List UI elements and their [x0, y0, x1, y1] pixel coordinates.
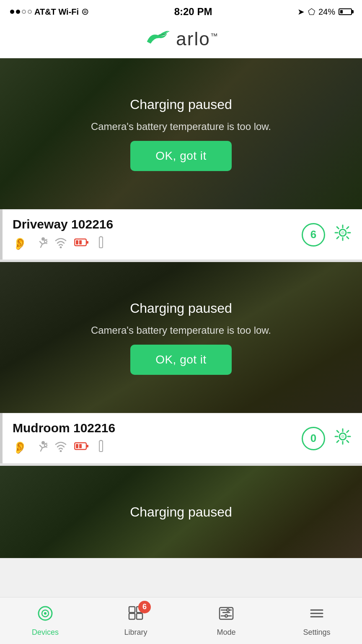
- svg-point-20: [41, 441, 45, 444]
- svg-rect-44: [137, 613, 142, 619]
- ok-button-1[interactable]: OK, got it: [130, 141, 232, 171]
- svg-point-31: [341, 435, 344, 438]
- camera-right-1: 6: [302, 223, 352, 247]
- svg-rect-5: [86, 241, 88, 244]
- camera-card-1: Charging paused Camera's battery tempera…: [0, 58, 362, 260]
- badge-circle-2[interactable]: 0: [302, 427, 325, 450]
- location-icon: ➤: [297, 7, 305, 17]
- logo-wordmark: arlo™: [176, 29, 218, 49]
- nav-label-devices: Devices: [32, 628, 59, 637]
- signal-icon-2: [96, 440, 106, 455]
- svg-line-17: [347, 237, 349, 239]
- battery-percent: 24%: [318, 7, 335, 17]
- motion-icon-1: [34, 236, 47, 252]
- svg-rect-45: [129, 607, 135, 613]
- battery-fill: [340, 10, 343, 13]
- badge-count-1: 6: [310, 228, 316, 241]
- svg-rect-27: [79, 444, 82, 448]
- svg-point-0: [41, 237, 45, 241]
- library-badge: 6: [138, 601, 151, 613]
- badge-circle-1[interactable]: 6: [302, 223, 325, 247]
- gear-icon-1[interactable]: [334, 223, 352, 246]
- svg-rect-6: [76, 240, 78, 244]
- wifi-status-icon-2: [54, 440, 67, 455]
- svg-point-11: [341, 231, 344, 234]
- camera-name-2: Mudroom 102216: [13, 421, 115, 435]
- audio-icon-2: 👂: [13, 441, 27, 454]
- svg-rect-8: [99, 237, 103, 248]
- feed-subtitle-2: Camera's battery temperature is too low.: [91, 325, 271, 336]
- svg-rect-25: [86, 445, 88, 447]
- status-left: AT&T Wi-Fi ⊜: [10, 6, 89, 17]
- nav-item-devices[interactable]: Devices: [0, 605, 90, 637]
- camera-icons-1: 👂: [13, 236, 113, 252]
- logo-container: arlo™: [143, 29, 218, 49]
- svg-line-18: [347, 227, 349, 229]
- nav-label-mode: Mode: [217, 628, 235, 637]
- feed-subtitle-1: Camera's battery temperature is too low.: [91, 121, 271, 132]
- camera-feed-3[interactable]: Charging paused: [0, 466, 362, 558]
- mode-icon: [218, 605, 235, 626]
- svg-point-3: [60, 247, 62, 249]
- ok-button-2[interactable]: OK, got it: [130, 345, 232, 375]
- signal-icon-1: [96, 236, 106, 252]
- svg-rect-26: [76, 444, 78, 448]
- feed-title-2: Charging paused: [130, 301, 232, 316]
- feed-title-1: Charging paused: [130, 97, 232, 112]
- status-time: 8:20 PM: [174, 6, 212, 18]
- svg-line-36: [337, 431, 339, 432]
- camera-info-wrapper-2: Mudroom 102216 👂: [0, 413, 362, 463]
- dot-3: [22, 10, 26, 14]
- feed-overlay-1: Charging paused Camera's battery tempera…: [0, 58, 362, 209]
- svg-line-19: [337, 237, 339, 239]
- camera-feed-1[interactable]: Charging paused Camera's battery tempera…: [0, 58, 362, 209]
- audio-icon-1: 👂: [13, 237, 27, 251]
- bluetooth-icon: ⬠: [308, 7, 315, 17]
- left-accent-2: [0, 413, 3, 463]
- status-right: ➤ ⬠ 24%: [297, 7, 352, 17]
- camera-right-2: 0: [302, 427, 352, 450]
- svg-line-38: [347, 431, 349, 432]
- badge-count-2: 0: [310, 432, 316, 445]
- wifi-status-icon-1: [54, 236, 67, 251]
- svg-rect-28: [99, 441, 103, 452]
- svg-line-16: [337, 227, 339, 229]
- nav-item-mode[interactable]: Mode: [181, 605, 272, 637]
- motion-icon-2: [34, 439, 47, 456]
- signal-dots: [10, 10, 32, 14]
- dot-1: [10, 10, 14, 14]
- svg-line-37: [347, 441, 349, 442]
- battery-alert-icon-2: [74, 441, 89, 454]
- feed-overlay-3: Charging paused: [0, 466, 362, 558]
- logo-text: arlo: [176, 29, 210, 49]
- svg-point-42: [44, 612, 47, 615]
- arlo-logo-bird: [143, 31, 173, 47]
- left-accent-1: [0, 209, 3, 260]
- nav-item-library[interactable]: 6 Library: [90, 605, 181, 637]
- library-badge-wrapper: 6: [127, 605, 144, 626]
- nav-label-library: Library: [124, 628, 147, 637]
- bottom-nav: Devices 6 Library: [0, 597, 362, 644]
- carrier-text: AT&T Wi-Fi: [34, 7, 79, 17]
- gear-icon-2[interactable]: [334, 427, 352, 449]
- svg-point-23: [60, 450, 62, 452]
- camera-info-bar-2: Mudroom 102216 👂: [0, 413, 362, 463]
- camera-feed-2[interactable]: Charging paused Camera's battery tempera…: [0, 262, 362, 413]
- camera-icons-2: 👂: [13, 439, 115, 456]
- svg-rect-43: [129, 613, 135, 619]
- nav-item-settings[interactable]: Settings: [272, 605, 362, 637]
- settings-icon: [308, 605, 325, 626]
- app-header: arlo™: [0, 22, 362, 58]
- status-bar: AT&T Wi-Fi ⊜ 8:20 PM ➤ ⬠ 24%: [0, 0, 362, 22]
- svg-line-39: [337, 441, 339, 442]
- camera-left-2: Mudroom 102216 👂: [13, 421, 115, 456]
- nav-label-settings: Settings: [303, 628, 330, 637]
- battery-icon: [339, 8, 352, 15]
- battery-alert-icon-1: [74, 237, 89, 250]
- camera-left-1: Driveway 102216 👂: [13, 217, 113, 252]
- devices-icon: [37, 605, 54, 626]
- camera-name-1: Driveway 102216: [13, 217, 113, 231]
- dot-2: [16, 10, 20, 14]
- camera-info-bar-1: Driveway 102216 👂: [0, 209, 362, 260]
- camera-info-wrapper-1: Driveway 102216 👂: [0, 209, 362, 260]
